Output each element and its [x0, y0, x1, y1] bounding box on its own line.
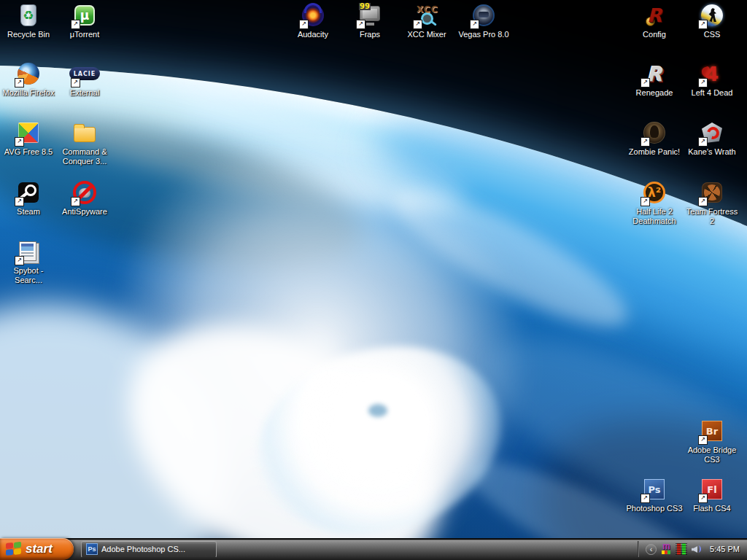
icon-label: Spybot -Searc...	[14, 266, 44, 285]
start-button-label: start	[26, 542, 53, 556]
utorrent-icon: µ↗	[72, 3, 97, 28]
tray-divider	[638, 541, 639, 557]
shortcut-arrow-icon: ↗	[640, 137, 650, 147]
icon-label: External	[70, 88, 99, 98]
icon-label: Kane's Wrath	[688, 147, 735, 157]
desktop-icon-hl2dm[interactable]: λ²↗Half Life 2Deathmatch	[626, 180, 683, 226]
utorrent-glyph: µ	[80, 8, 90, 23]
desktop-icon-vegas[interactable]: ↗Vegas Pro 8.0	[455, 3, 512, 39]
lacie-glyph: LACIE	[74, 71, 96, 77]
l4d-icon: 4↗	[700, 61, 724, 86]
volume-tray-icon[interactable]	[691, 543, 703, 555]
desktop-icon-utorrent[interactable]: µ↗μTorrent	[56, 3, 113, 39]
desktop-icon-lacie[interactable]: LACIE↗External	[56, 61, 113, 98]
icon-label: CSS	[704, 30, 721, 39]
desktop-icon-avg[interactable]: ↗AVG Free 8.5	[0, 120, 57, 157]
desktop-icon-steam[interactable]: ↗Steam	[0, 180, 57, 217]
icon-label: XCC Mixer	[407, 30, 446, 39]
icon-label: Fraps	[360, 30, 380, 39]
traffic-meter-tray-icon[interactable]	[676, 543, 687, 555]
start-button[interactable]: start	[0, 538, 74, 560]
taskbar-clock[interactable]: 5:45 PM	[710, 545, 740, 553]
fraps-glyph: 99	[359, 3, 371, 10]
shortcut-arrow-icon: ↗	[640, 494, 650, 503]
shortcut-arrow-icon: ↗	[698, 137, 708, 147]
photoshop-glyph: Ps	[648, 484, 660, 495]
icon-label: AntiSpyware	[62, 207, 107, 217]
flash-icon: Fl↗	[700, 477, 724, 502]
shortcut-arrow-icon: ↗	[71, 197, 80, 206]
system-tray: ‹ m 5:45 PM	[638, 538, 747, 560]
photoshop-icon: Ps↗	[642, 477, 667, 502]
shortcut-arrow-icon: ↗	[698, 197, 708, 206]
desktop-icon-spybot[interactable]: ↗Spybot -Searc...	[0, 239, 57, 285]
shortcut-arrow-icon: ↗	[698, 435, 708, 445]
desktop-icon-config[interactable]: RConfig	[626, 3, 683, 39]
desktop-icon-fraps[interactable]: 99↗Fraps	[341, 3, 398, 39]
desktop-icon-bridge[interactable]: Br↗Adobe BridgeCS3	[684, 419, 740, 464]
zombiepanic-icon: ↗	[642, 120, 667, 145]
desktop-icon-renegade[interactable]: R↗Renegade	[626, 61, 683, 98]
shortcut-arrow-icon: ↗	[299, 20, 309, 29]
desktop-icon-flash[interactable]: Fl↗Flash CS4	[684, 477, 740, 513]
shortcut-arrow-icon: ↗	[15, 78, 24, 88]
vegas-icon: ↗	[471, 3, 496, 28]
kaneswrath-icon: ↗	[700, 120, 724, 145]
desktop-icon-audacity[interactable]: ↗Audacity	[285, 3, 341, 39]
icon-label: Renegade	[636, 88, 673, 98]
taskbar-task-photoshop[interactable]: Ps Adobe Photoshop CS...	[81, 540, 217, 558]
shortcut-arrow-icon: ↗	[698, 78, 708, 88]
tf2-icon: ↗	[700, 180, 724, 205]
config-glyph: R	[647, 4, 662, 26]
desktop-icon-css[interactable]: ↗CSS	[684, 3, 740, 39]
mirc-tray-icon[interactable]: m	[660, 543, 672, 555]
desktop-icon-photoshop[interactable]: Ps↗Photoshop CS3	[626, 477, 683, 513]
desktop-icon-firefox[interactable]: ↗Mozilla Firefox	[0, 61, 57, 98]
xcc-glyph: XCC	[417, 4, 438, 15]
shortcut-arrow-icon: ↗	[640, 197, 650, 206]
firefox-icon: ↗	[16, 61, 41, 86]
shortcut-arrow-icon: ↗	[698, 20, 708, 29]
shortcut-arrow-icon: ↗	[413, 20, 422, 29]
icon-label: Config	[643, 30, 666, 39]
cnc3-folder-icon	[72, 120, 97, 145]
desktop[interactable]: ♻Recycle Binµ↗μTorrent↗Mozilla FirefoxLA…	[0, 0, 747, 560]
fraps-icon: 99↗	[357, 3, 382, 28]
bridge-glyph: Br	[706, 426, 718, 437]
shortcut-arrow-icon: ↗	[15, 197, 24, 206]
desktop-icon-recycle-bin[interactable]: ♻Recycle Bin	[0, 3, 57, 39]
desktop-icon-l4d[interactable]: 4↗Left 4 Dead	[684, 61, 740, 98]
desktop-icon-antispyware[interactable]: ↗AntiSpyware	[56, 180, 113, 217]
icon-label: Recycle Bin	[7, 30, 50, 39]
desktop-icon-kaneswrath[interactable]: ↗Kane's Wrath	[684, 120, 740, 157]
shortcut-arrow-icon: ↗	[15, 256, 24, 265]
shortcut-arrow-icon: ↗	[71, 20, 80, 29]
antispyware-icon: ↗	[72, 180, 97, 205]
desktop-icon-zombiepanic[interactable]: ↗Zombie Panic!	[626, 120, 683, 157]
spybot-icon: ↗	[16, 239, 41, 264]
icon-label: Mozilla Firefox	[3, 88, 55, 98]
desktop-icons-layer: ♻Recycle Binµ↗μTorrent↗Mozilla FirefoxLA…	[0, 0, 747, 560]
icon-label: Zombie Panic!	[629, 147, 680, 157]
icon-label: Photoshop CS3	[626, 504, 682, 513]
recycle-bin-icon: ♻	[16, 3, 41, 28]
desktop-icon-xcc[interactable]: XCC↗XCC Mixer	[398, 3, 455, 39]
tray-collapse-chevron-icon[interactable]: ‹	[646, 544, 657, 555]
steam-icon: ↗	[16, 180, 41, 205]
bridge-icon: Br↗	[700, 419, 724, 443]
lacie-icon: LACIE↗	[72, 61, 97, 86]
windows-flag-icon	[6, 542, 22, 556]
photoshop-icon: Ps	[86, 543, 98, 555]
icon-label: Command &Conquer 3...	[62, 147, 107, 166]
shortcut-arrow-icon: ↗	[71, 78, 80, 88]
icon-label: Adobe BridgeCS3	[688, 446, 737, 464]
icon-label: AVG Free 8.5	[4, 147, 53, 157]
taskbar: start Ps Adobe Photoshop CS... ‹ m 5:45 …	[0, 538, 747, 560]
icon-label: Steam	[17, 207, 40, 217]
desktop-icon-tf2[interactable]: ↗Team Fortress2	[684, 180, 740, 226]
avg-icon: ↗	[16, 120, 41, 145]
desktop-icon-cnc3-folder[interactable]: Command &Conquer 3...	[56, 120, 113, 166]
icon-label: Audacity	[298, 30, 328, 39]
icon-label: Vegas Pro 8.0	[458, 30, 508, 39]
icon-label: Left 4 Dead	[692, 88, 733, 98]
